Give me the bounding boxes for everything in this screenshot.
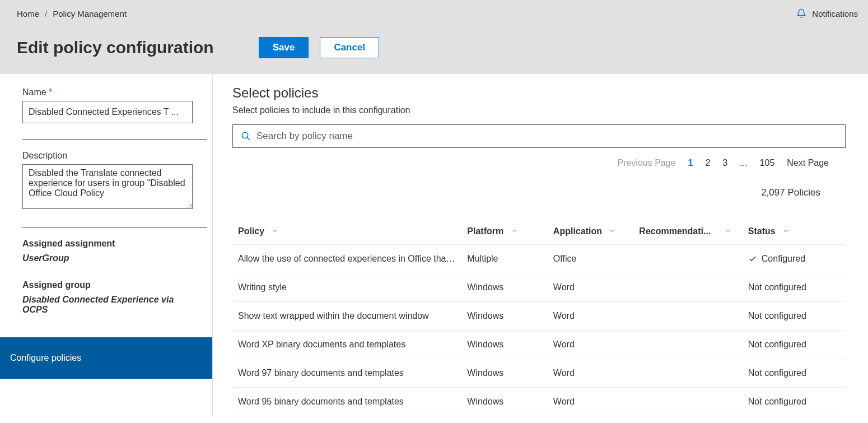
table-row[interactable]: Word 95 binary documents and templatesWi…: [232, 388, 846, 416]
col-application[interactable]: Application: [548, 219, 634, 245]
notifications[interactable]: Notifications: [796, 8, 858, 18]
bell-icon: [796, 8, 806, 18]
cell-status: Not configured: [743, 331, 846, 359]
cell-policy: Word 97 binary documents and templates: [232, 359, 461, 388]
status-text: Not configured: [748, 282, 806, 292]
table-row[interactable]: Word XP binary documents and templatesWi…: [232, 331, 846, 359]
sidebar: Name * Description Disabled the Translat…: [0, 74, 213, 416]
col-recommendation[interactable]: Recommendati...: [633, 219, 742, 245]
chevron-down-icon: [511, 227, 517, 234]
main-panel: Select policies Select policies to inclu…: [213, 74, 868, 416]
cell-status: Not configured: [743, 302, 846, 331]
col-status[interactable]: Status: [743, 219, 846, 245]
cell-status: Not configured: [743, 359, 846, 388]
button-row: Save Cancel: [259, 37, 379, 58]
cell-application: Office: [548, 245, 634, 273]
cell-platform: Multiple: [461, 245, 548, 273]
status-text: Not configured: [748, 368, 806, 378]
divider: [22, 227, 207, 227]
divider: [22, 139, 207, 140]
breadcrumb-separator: /: [45, 9, 47, 18]
cell-policy: Word 95 binary documents and templates: [232, 388, 461, 416]
cell-application: Word: [548, 302, 634, 331]
table-row[interactable]: Writing styleWindowsWordNot configured: [232, 273, 846, 302]
cell-policy: Word XP binary documents and templates: [232, 331, 461, 359]
cancel-button[interactable]: Cancel: [320, 37, 379, 58]
notifications-label: Notifications: [812, 9, 858, 18]
name-field-group: Name *: [0, 87, 212, 123]
cell-policy: Show text wrapped within the document wi…: [232, 302, 461, 331]
chevron-down-icon: [782, 227, 789, 234]
page-1[interactable]: 1: [688, 158, 693, 168]
cell-recommendation: [633, 388, 742, 416]
policies-table: Policy Platform Application Recommendati…: [232, 219, 846, 416]
section-title: Select policies: [232, 85, 846, 101]
assigned-group-label: Assigned group: [22, 280, 190, 290]
save-button[interactable]: Save: [259, 37, 309, 58]
name-input[interactable]: [22, 101, 193, 123]
check-icon: [748, 254, 757, 263]
table-row[interactable]: Word 97 binary documents and templatesWi…: [232, 359, 846, 388]
col-platform-label: Platform: [467, 226, 503, 236]
col-recommendation-label: Recommendati...: [639, 226, 711, 236]
assigned-assignment-value: UserGroup: [22, 253, 190, 263]
cell-platform: Windows: [461, 359, 548, 388]
description-field-group: Description Disabled the Translate conne…: [0, 151, 212, 211]
cell-platform: Windows: [461, 273, 548, 302]
page-3[interactable]: 3: [722, 158, 727, 168]
assigned-assignment-group: Assigned assignment UserGroup: [0, 239, 212, 263]
table-row[interactable]: Allow the use of connected experiences i…: [232, 245, 846, 273]
status-text: Configured: [762, 254, 805, 264]
chevron-down-icon: [609, 227, 615, 234]
col-platform[interactable]: Platform: [461, 219, 548, 245]
cell-recommendation: [633, 359, 742, 388]
page-ellipsis: ...: [740, 158, 747, 168]
svg-point-0: [242, 132, 248, 138]
previous-page[interactable]: Previous Page: [617, 158, 675, 168]
assigned-group-value: Disabled Connected Experience via OCPS: [22, 295, 190, 315]
col-policy[interactable]: Policy: [232, 219, 461, 245]
policies-count: 2,097 Policies: [232, 187, 846, 198]
name-label-text: Name: [22, 87, 46, 97]
top-bar: Home / Policy Management Notifications: [0, 0, 868, 27]
cell-platform: Windows: [461, 302, 548, 331]
required-asterisk: *: [49, 87, 52, 97]
cell-application: Word: [548, 273, 634, 302]
cell-application: Word: [548, 359, 634, 388]
next-page[interactable]: Next Page: [787, 158, 829, 168]
search-icon: [241, 131, 251, 141]
svg-line-1: [247, 137, 250, 140]
section-subtitle: Select policies to include in this confi…: [232, 105, 846, 115]
chevron-down-icon: [272, 227, 278, 234]
cell-recommendation: [633, 273, 742, 302]
table-row[interactable]: Show text wrapped within the document wi…: [232, 302, 846, 331]
search-input[interactable]: [256, 131, 837, 142]
cell-status: Not configured: [743, 388, 846, 416]
page-title: Edit policy configuration: [17, 38, 214, 57]
cell-recommendation: [633, 302, 742, 331]
status-text: Not configured: [748, 397, 806, 407]
description-label: Description: [22, 151, 190, 161]
cell-platform: Windows: [461, 388, 548, 416]
breadcrumb-current[interactable]: Policy Management: [53, 9, 127, 18]
header-bar: Edit policy configuration Save Cancel: [0, 27, 868, 74]
cell-recommendation: [633, 245, 742, 273]
page-2[interactable]: 2: [705, 158, 710, 168]
breadcrumb-home[interactable]: Home: [17, 9, 39, 18]
cell-policy: Writing style: [232, 273, 461, 302]
page-105[interactable]: 105: [760, 158, 775, 168]
assigned-group-group: Assigned group Disabled Connected Experi…: [0, 280, 212, 315]
cell-platform: Windows: [461, 331, 548, 359]
description-textarea[interactable]: Disabled the Translate connected experie…: [22, 164, 193, 209]
status-text: Not configured: [748, 340, 806, 350]
cell-status: Not configured: [743, 273, 846, 302]
search-box[interactable]: [232, 124, 846, 148]
configure-policies-nav[interactable]: Configure policies: [0, 337, 212, 379]
pagination: Previous Page 1 2 3 ... 105 Next Page: [232, 158, 846, 168]
chevron-down-icon: [725, 227, 731, 234]
breadcrumb: Home / Policy Management: [17, 9, 127, 18]
name-label: Name *: [22, 87, 190, 97]
col-application-label: Application: [553, 226, 602, 236]
cell-recommendation: [633, 331, 742, 359]
cell-application: Word: [548, 331, 634, 359]
